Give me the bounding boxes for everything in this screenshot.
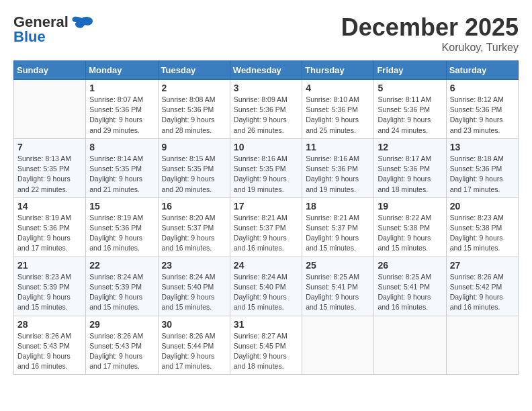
day-info: Sunrise: 8:18 AMSunset: 5:36 PMDaylight:… <box>450 154 515 195</box>
day-number: 26 <box>378 260 442 271</box>
day-number: 15 <box>89 201 154 212</box>
calendar-cell: 4Sunrise: 8:10 AMSunset: 5:36 PMDaylight… <box>302 80 374 139</box>
day-info: Sunrise: 8:26 AMSunset: 5:42 PMDaylight:… <box>450 272 515 313</box>
weekday-header: Saturday <box>446 61 518 80</box>
day-info: Sunrise: 8:15 AMSunset: 5:35 PMDaylight:… <box>162 154 226 195</box>
calendar-cell: 10Sunrise: 8:16 AMSunset: 5:35 PMDayligh… <box>230 138 302 197</box>
calendar-cell: 28Sunrise: 8:26 AMSunset: 5:43 PMDayligh… <box>14 316 86 375</box>
calendar-cell <box>374 316 446 375</box>
day-info: Sunrise: 8:17 AMSunset: 5:36 PMDaylight:… <box>378 154 442 195</box>
day-info: Sunrise: 8:08 AMSunset: 5:36 PMDaylight:… <box>162 95 226 136</box>
calendar-table: SundayMondayTuesdayWednesdayThursdayFrid… <box>13 60 519 375</box>
day-info: Sunrise: 8:21 AMSunset: 5:37 PMDaylight:… <box>234 213 298 254</box>
day-number: 29 <box>89 319 154 330</box>
calendar-cell: 21Sunrise: 8:23 AMSunset: 5:39 PMDayligh… <box>14 257 86 316</box>
calendar-cell: 11Sunrise: 8:16 AMSunset: 5:36 PMDayligh… <box>302 138 374 197</box>
calendar-cell: 12Sunrise: 8:17 AMSunset: 5:36 PMDayligh… <box>374 138 446 197</box>
day-number: 7 <box>17 142 82 152</box>
day-info: Sunrise: 8:23 AMSunset: 5:39 PMDaylight:… <box>17 272 82 313</box>
calendar-cell <box>446 316 518 375</box>
day-info: Sunrise: 8:25 AMSunset: 5:41 PMDaylight:… <box>306 272 370 313</box>
day-number: 28 <box>17 319 82 330</box>
day-number: 11 <box>306 142 370 152</box>
calendar-cell: 27Sunrise: 8:26 AMSunset: 5:42 PMDayligh… <box>446 257 518 316</box>
day-info: Sunrise: 8:19 AMSunset: 5:36 PMDaylight:… <box>89 213 154 254</box>
day-number: 17 <box>234 201 298 212</box>
title-block: December 2025 Korukoy, Turkey <box>341 13 519 54</box>
day-info: Sunrise: 8:11 AMSunset: 5:36 PMDaylight:… <box>378 95 442 136</box>
weekday-header: Friday <box>374 61 446 80</box>
calendar-cell: 18Sunrise: 8:21 AMSunset: 5:37 PMDayligh… <box>302 197 374 257</box>
calendar-cell: 13Sunrise: 8:18 AMSunset: 5:36 PMDayligh… <box>446 138 518 197</box>
calendar-week-row: 28Sunrise: 8:26 AMSunset: 5:43 PMDayligh… <box>14 316 519 375</box>
day-info: Sunrise: 8:24 AMSunset: 5:39 PMDaylight:… <box>89 272 154 313</box>
calendar-cell: 24Sunrise: 8:24 AMSunset: 5:40 PMDayligh… <box>230 257 302 316</box>
day-info: Sunrise: 8:22 AMSunset: 5:38 PMDaylight:… <box>378 213 442 254</box>
calendar-cell <box>302 316 374 375</box>
day-info: Sunrise: 8:21 AMSunset: 5:37 PMDaylight:… <box>306 213 370 254</box>
calendar-cell <box>14 80 86 139</box>
day-info: Sunrise: 8:23 AMSunset: 5:38 PMDaylight:… <box>450 213 515 254</box>
calendar-cell: 22Sunrise: 8:24 AMSunset: 5:39 PMDayligh… <box>86 257 158 316</box>
calendar-cell: 2Sunrise: 8:08 AMSunset: 5:36 PMDaylight… <box>158 80 230 139</box>
calendar-cell: 31Sunrise: 8:27 AMSunset: 5:45 PMDayligh… <box>230 316 302 375</box>
day-number: 22 <box>89 260 154 271</box>
day-number: 16 <box>162 201 226 212</box>
calendar-cell: 19Sunrise: 8:22 AMSunset: 5:38 PMDayligh… <box>374 197 446 257</box>
day-number: 19 <box>378 201 442 212</box>
weekday-header: Wednesday <box>230 61 302 80</box>
calendar-week-row: 7Sunrise: 8:13 AMSunset: 5:35 PMDaylight… <box>14 138 519 197</box>
day-number: 8 <box>89 142 154 152</box>
calendar-cell: 14Sunrise: 8:19 AMSunset: 5:36 PMDayligh… <box>14 197 86 257</box>
calendar-cell: 29Sunrise: 8:26 AMSunset: 5:43 PMDayligh… <box>86 316 158 375</box>
day-number: 27 <box>450 260 515 271</box>
day-number: 10 <box>234 142 298 152</box>
day-number: 30 <box>162 319 226 330</box>
calendar-cell: 30Sunrise: 8:26 AMSunset: 5:44 PMDayligh… <box>158 316 230 375</box>
calendar-cell: 9Sunrise: 8:15 AMSunset: 5:35 PMDaylight… <box>158 138 230 197</box>
day-number: 1 <box>89 83 154 93</box>
day-number: 12 <box>378 142 442 152</box>
calendar-week-row: 21Sunrise: 8:23 AMSunset: 5:39 PMDayligh… <box>14 257 519 316</box>
logo-text-blue: Blue <box>13 28 46 46</box>
day-info: Sunrise: 8:19 AMSunset: 5:36 PMDaylight:… <box>17 213 82 254</box>
day-number: 21 <box>17 260 82 271</box>
weekday-header: Thursday <box>302 61 374 80</box>
day-info: Sunrise: 8:10 AMSunset: 5:36 PMDaylight:… <box>306 95 370 136</box>
calendar-cell: 6Sunrise: 8:12 AMSunset: 5:36 PMDaylight… <box>446 80 518 139</box>
day-info: Sunrise: 8:26 AMSunset: 5:44 PMDaylight:… <box>162 331 226 372</box>
calendar-cell: 5Sunrise: 8:11 AMSunset: 5:36 PMDaylight… <box>374 80 446 139</box>
day-info: Sunrise: 8:09 AMSunset: 5:36 PMDaylight:… <box>234 95 298 136</box>
day-info: Sunrise: 8:24 AMSunset: 5:40 PMDaylight:… <box>162 272 226 313</box>
day-number: 2 <box>162 83 226 93</box>
day-info: Sunrise: 8:26 AMSunset: 5:43 PMDaylight:… <box>17 331 82 372</box>
day-info: Sunrise: 8:26 AMSunset: 5:43 PMDaylight:… <box>89 331 154 372</box>
calendar-week-row: 1Sunrise: 8:07 AMSunset: 5:36 PMDaylight… <box>14 80 519 139</box>
day-info: Sunrise: 8:14 AMSunset: 5:35 PMDaylight:… <box>89 154 154 195</box>
calendar-week-row: 14Sunrise: 8:19 AMSunset: 5:36 PMDayligh… <box>14 197 519 257</box>
logo: General Blue <box>13 13 94 46</box>
weekday-header: Tuesday <box>158 61 230 80</box>
day-number: 6 <box>450 83 515 93</box>
calendar-cell: 7Sunrise: 8:13 AMSunset: 5:35 PMDaylight… <box>14 138 86 197</box>
location-subtitle: Korukoy, Turkey <box>341 42 519 54</box>
day-number: 9 <box>162 142 226 152</box>
day-info: Sunrise: 8:24 AMSunset: 5:40 PMDaylight:… <box>234 272 298 313</box>
day-info: Sunrise: 8:16 AMSunset: 5:36 PMDaylight:… <box>306 154 370 195</box>
weekday-header: Monday <box>86 61 158 80</box>
calendar-cell: 8Sunrise: 8:14 AMSunset: 5:35 PMDaylight… <box>86 138 158 197</box>
calendar-cell: 1Sunrise: 8:07 AMSunset: 5:36 PMDaylight… <box>86 80 158 139</box>
day-info: Sunrise: 8:20 AMSunset: 5:37 PMDaylight:… <box>162 213 226 254</box>
calendar-cell: 20Sunrise: 8:23 AMSunset: 5:38 PMDayligh… <box>446 197 518 257</box>
calendar-header-row: SundayMondayTuesdayWednesdayThursdayFrid… <box>14 61 519 80</box>
day-number: 24 <box>234 260 298 271</box>
day-number: 18 <box>306 201 370 212</box>
calendar-cell: 23Sunrise: 8:24 AMSunset: 5:40 PMDayligh… <box>158 257 230 316</box>
day-number: 5 <box>378 83 442 93</box>
day-info: Sunrise: 8:25 AMSunset: 5:41 PMDaylight:… <box>378 272 442 313</box>
day-info: Sunrise: 8:16 AMSunset: 5:35 PMDaylight:… <box>234 154 298 195</box>
day-number: 31 <box>234 319 298 330</box>
day-number: 23 <box>162 260 226 271</box>
day-number: 3 <box>234 83 298 93</box>
calendar-cell: 26Sunrise: 8:25 AMSunset: 5:41 PMDayligh… <box>374 257 446 316</box>
